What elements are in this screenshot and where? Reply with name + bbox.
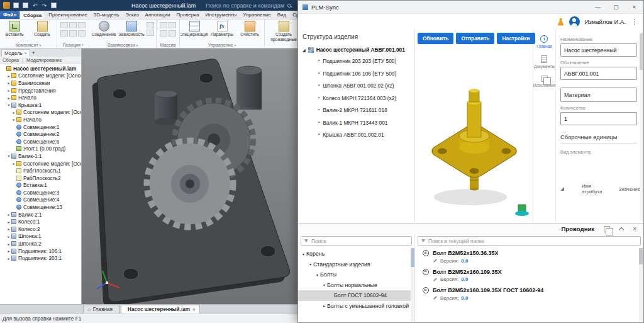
tree-expander-icon[interactable]: ▸	[6, 74, 11, 78]
tree-expander-icon[interactable]: ▸	[6, 220, 11, 224]
structure-item[interactable]: Подшипник 106 106 (ЕТУ 500)	[318, 71, 413, 77]
browser-tree-item[interactable]: ▾ Валик-1:1	[0, 152, 81, 160]
document-tab[interactable]: ⌂ Главная	[83, 305, 119, 314]
browser-tree-item[interactable]: ▸ Состояние модели: [Основная]	[0, 160, 81, 167]
pattern-tool-icon[interactable]	[169, 22, 176, 28]
notifications-icon[interactable]	[558, 18, 564, 26]
folder-tree-item[interactable]: ▸ Болты с уменьшенной головкой ГО	[298, 301, 414, 312]
tree-expander-icon[interactable]: ▾	[314, 273, 320, 277]
ribbon-tab[interactable]: Проверка	[174, 11, 203, 19]
browser-tree-item[interactable]: Совмещение:6	[0, 138, 81, 145]
tree-expander-icon[interactable]: ▸	[6, 212, 11, 217]
close-icon[interactable]: ×	[192, 307, 196, 312]
code-field[interactable]: АБВГ.001.001	[560, 67, 637, 80]
folder-tree-item[interactable]: ▾ Болты нормальные	[298, 280, 414, 291]
browser-tree-item[interactable]: РабПлоскость2	[0, 174, 81, 182]
browser-tree-item[interactable]: Совмещение:3	[0, 189, 81, 196]
tree-expander-icon[interactable]: ▸	[321, 303, 327, 308]
ribbon-group-label[interactable]: Массив	[157, 42, 179, 48]
browser-tree-item[interactable]: Вставка:1	[0, 182, 81, 190]
version-value[interactable]: 0.0	[461, 295, 468, 301]
structure-item[interactable]: Крышка АБВГ.001.002.01	[318, 132, 413, 138]
tree-expander-icon[interactable]: ▸	[11, 110, 16, 115]
orientation-widget-icon[interactable]	[515, 205, 529, 216]
relationship-tool-icon[interactable]	[147, 22, 154, 28]
tree-expander-icon[interactable]: ▸	[6, 227, 11, 231]
maximize-icon[interactable]: ▢	[607, 1, 625, 13]
ribbon-tab[interactable]: Вид	[274, 11, 289, 19]
help-search-input[interactable]: Поиск по справке и командам	[206, 3, 291, 9]
browser-tree-item[interactable]: ▸ Колесо:2	[0, 225, 81, 233]
name-field[interactable]: Насос шестеренный	[560, 43, 637, 57]
ribbon-button[interactable]: Создать	[28, 20, 56, 42]
ribbon-tab[interactable]: Файл	[0, 11, 19, 19]
folder-tree-item[interactable]: ▾ Стандартные изделия	[298, 259, 414, 270]
undo-icon[interactable]: ↶	[31, 2, 38, 9]
structure-root-item[interactable]: ◢ Насос шестеренный АБВГ.001.001	[303, 47, 413, 53]
app-logo-icon[interactable]	[3, 2, 10, 9]
action-button[interactable]: Обновить	[418, 33, 453, 44]
browser-tree-item[interactable]: ▸ Шпонка:1	[0, 233, 81, 241]
collapse-icon[interactable]	[619, 227, 624, 232]
structure-item[interactable]: Шпонка АБВГ.001.002.02 (x2)	[318, 82, 413, 89]
browser-tree-item[interactable]: Совмещение:1	[0, 123, 81, 131]
browser-tree-item[interactable]: ▸ Состояние модели: [Основная]	[0, 72, 81, 80]
tree-expander-icon[interactable]: ▸	[11, 161, 16, 166]
browser-tree-item[interactable]: ▸ Колесо:1	[0, 218, 81, 225]
action-button[interactable]: Настройки	[497, 33, 535, 44]
document-tab[interactable]: Насос шестеренный.iam ×	[121, 305, 200, 314]
tree-expander-icon[interactable]: ▾	[6, 154, 11, 158]
folder-tree-item[interactable]: ▾ Болты	[298, 269, 414, 280]
pattern-tool-icon[interactable]	[169, 30, 176, 37]
structure-item[interactable]: Колесо МКРН 721364 003 (x2)	[318, 95, 413, 101]
tree-expander-icon[interactable]: ▾	[6, 103, 11, 107]
version-value[interactable]: 0.0	[461, 276, 468, 282]
position-tool-icon[interactable]	[69, 22, 77, 28]
ribbon-tab[interactable]: Эскиз	[122, 11, 142, 19]
ribbon-tab[interactable]: Сборка	[19, 11, 45, 19]
close-icon[interactable]: ×	[633, 225, 636, 232]
plm-titlebar[interactable]: PLM-Sync — ▢ ×	[298, 1, 643, 14]
ribbon-group-label[interactable]: Управление▾	[180, 42, 264, 48]
position-tool-icon[interactable]	[69, 30, 77, 37]
browser-tree-item[interactable]: ▾ Крышка:1	[0, 101, 81, 109]
ribbon-tab[interactable]: Проектирование	[45, 11, 91, 19]
relationship-tool-icon[interactable]	[147, 30, 154, 36]
browser-tree-item[interactable]: Совмещение:13	[0, 203, 81, 211]
tree-expander-icon[interactable]: ▸	[11, 117, 16, 122]
ribbon-group-label[interactable]: Позиция▾	[58, 42, 88, 48]
ribbon-tab[interactable]: 3D-модель	[91, 11, 122, 19]
part-preview-canvas[interactable]	[415, 47, 533, 226]
browser-tree-item[interactable]: ▸ Начало	[0, 116, 81, 123]
tree-expander-icon[interactable]: ▾	[308, 262, 313, 266]
browser-tree-item[interactable]: Насос шестеренный.iam	[0, 65, 81, 72]
tree-expander-icon[interactable]: ▸	[6, 88, 11, 93]
subtab-modeling[interactable]: Моделирование	[26, 57, 62, 63]
browser-tree-item[interactable]: РабПлоскость1	[0, 167, 81, 174]
item-list-scrollbar[interactable]	[639, 248, 643, 321]
browser-tree-item[interactable]: Совмещение:4	[0, 196, 81, 204]
ribbon-group-label[interactable]: Взаимосвязи▾	[90, 42, 155, 48]
browser-tree-item[interactable]: ▸ Взаимосвязи	[0, 79, 81, 87]
tree-expander-icon[interactable]: ▸	[6, 96, 11, 100]
tab-documents[interactable]: Документы	[534, 55, 555, 69]
browser-tree-item[interactable]: ▸ Валик-2:1	[0, 211, 81, 218]
subtab-assembly[interactable]: Сборка	[3, 57, 19, 63]
material-section[interactable]: Материал	[560, 88, 637, 102]
list-item[interactable]: Болт В2М52х150.36.35Х Версия: 0.0	[423, 250, 636, 264]
browser-tree-item[interactable]: ▸ Шпонка:2	[0, 240, 81, 247]
browser-tree-item[interactable]: Угол:1 (0,00 град)	[0, 145, 81, 153]
tree-expander-icon[interactable]: ▾	[321, 283, 327, 287]
tree-expander-icon[interactable]: ▸	[6, 256, 11, 261]
browser-tab-model[interactable]: Модель ×	[1, 49, 30, 57]
structure-item[interactable]: Валик-1 МКРН 713443 001	[318, 120, 413, 126]
pattern-tool-icon[interactable]	[160, 30, 167, 37]
tree-expander-icon[interactable]: ▸	[6, 249, 11, 253]
ribbon-button[interactable]: Создать производные подстановки	[265, 20, 302, 42]
browser-tree-item[interactable]: ▸ Подшипник: 203:1	[0, 254, 81, 262]
structure-item[interactable]: Подшипник 203 203 (ЕТУ 500)	[318, 58, 413, 64]
ribbon-button[interactable]: Очистить	[236, 20, 264, 42]
folder-content-search-input[interactable]: Поиск в текущей папке	[418, 236, 641, 246]
tree-expander-icon[interactable]: ▸	[6, 242, 11, 246]
list-item[interactable]: Болт В2М52х160.109.35Х Версия: 0.0	[423, 269, 636, 283]
